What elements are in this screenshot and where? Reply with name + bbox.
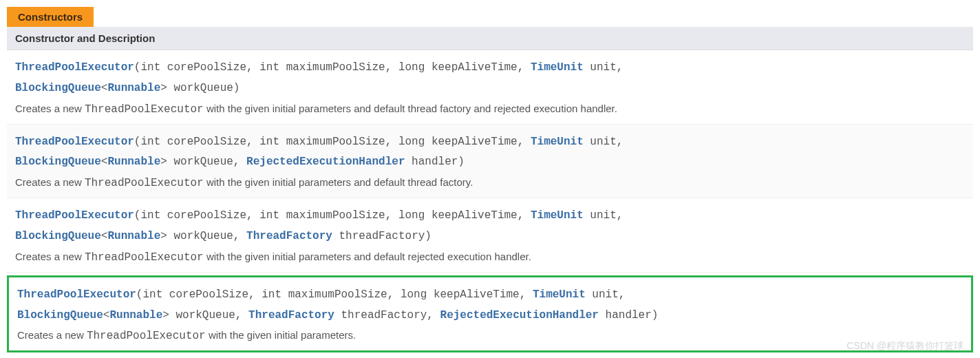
sig-text: > workQueue, [160, 230, 246, 242]
type-link[interactable]: ThreadFactory [246, 230, 332, 242]
type-link[interactable]: BlockingQueue [17, 309, 103, 322]
constructor-description: Creates a new ThreadPoolExecutor with th… [15, 103, 965, 116]
sig-text: unit, [584, 61, 624, 74]
desc-text: Creates a new [15, 103, 85, 114]
desc-text: Creates a new [15, 176, 85, 188]
constructor-row-highlighted: ThreadPoolExecutor(int corePoolSize, int… [7, 275, 973, 353]
type-link[interactable]: Runnable [107, 230, 160, 242]
type-link[interactable]: TimeUnit [531, 61, 584, 74]
desc-code: ThreadPoolExecutor [85, 177, 204, 189]
sig-text: (int corePoolSize, int maximumPoolSize, … [134, 209, 531, 222]
type-link[interactable]: ThreadFactory [248, 309, 334, 322]
type-link[interactable]: BlockingQueue [15, 156, 101, 168]
constructors-section: Constructors Constructor and Description… [7, 7, 973, 352]
sig-text: (int corePoolSize, int maximumPoolSize, … [136, 288, 533, 301]
constructor-row: ThreadPoolExecutor(int corePoolSize, int… [7, 125, 973, 199]
type-link[interactable]: ThreadPoolExecutor [15, 61, 134, 74]
sig-text: < [101, 230, 108, 242]
constructor-signature: ThreadPoolExecutor(int corePoolSize, int… [15, 205, 965, 246]
sig-text: > workQueue) [160, 82, 239, 94]
constructor-signature: ThreadPoolExecutor(int corePoolSize, int… [15, 131, 965, 173]
constructor-description: Creates a new ThreadPoolExecutor with th… [17, 329, 963, 342]
type-link[interactable]: BlockingQueue [15, 230, 101, 242]
sig-text: threadFactory) [332, 230, 432, 242]
sig-text: > workQueue, [162, 309, 248, 322]
desc-text: with the given initial parameters and de… [204, 176, 473, 188]
sig-text: > workQueue, [160, 156, 246, 168]
desc-code: ThreadPoolExecutor [85, 251, 204, 264]
desc-text: Creates a new [15, 251, 85, 262]
constructor-row: ThreadPoolExecutor(int corePoolSize, int… [7, 198, 973, 273]
sig-text: (int corePoolSize, int maximumPoolSize, … [134, 61, 531, 74]
desc-text: with the given initial parameters and de… [204, 103, 617, 114]
sig-text: handler) [405, 156, 465, 168]
sig-text: < [101, 156, 108, 168]
sig-text: (int corePoolSize, int maximumPoolSize, … [134, 136, 531, 148]
sig-text: < [101, 82, 108, 94]
constructor-signature: ThreadPoolExecutor(int corePoolSize, int… [15, 57, 965, 98]
type-link[interactable]: Runnable [107, 156, 160, 168]
type-link[interactable]: RejectedExecutionHandler [246, 156, 405, 168]
type-link[interactable]: ThreadPoolExecutor [15, 136, 134, 148]
type-link[interactable]: RejectedExecutionHandler [440, 309, 599, 322]
type-link[interactable]: TimeUnit [533, 288, 586, 301]
sig-text: threadFactory, [334, 309, 440, 322]
type-link[interactable]: Runnable [109, 309, 162, 322]
constructors-tab[interactable]: Constructors [7, 7, 94, 27]
sig-text: < [103, 309, 110, 322]
constructor-row: ThreadPoolExecutor(int corePoolSize, int… [7, 50, 973, 125]
sig-text: unit, [586, 288, 626, 301]
type-link[interactable]: BlockingQueue [15, 82, 101, 94]
type-link[interactable]: TimeUnit [531, 209, 584, 222]
constructor-signature: ThreadPoolExecutor(int corePoolSize, int… [17, 284, 963, 326]
type-link[interactable]: ThreadPoolExecutor [15, 209, 134, 222]
type-link[interactable]: ThreadPoolExecutor [17, 288, 136, 301]
desc-code: ThreadPoolExecutor [87, 330, 206, 342]
desc-text: with the given initial parameters and de… [204, 251, 531, 262]
type-link[interactable]: TimeUnit [531, 136, 584, 148]
type-link[interactable]: Runnable [107, 82, 160, 94]
sig-text: unit, [584, 209, 624, 222]
desc-text: Creates a new [17, 329, 87, 341]
constructor-description: Creates a new ThreadPoolExecutor with th… [15, 176, 965, 189]
desc-code: ThreadPoolExecutor [85, 103, 204, 116]
sig-text: handler) [599, 309, 658, 322]
constructor-description: Creates a new ThreadPoolExecutor with th… [15, 251, 965, 264]
desc-text: with the given initial parameters. [206, 329, 356, 341]
sig-text: unit, [584, 136, 624, 148]
constructors-subheader: Constructor and Description [7, 27, 973, 50]
